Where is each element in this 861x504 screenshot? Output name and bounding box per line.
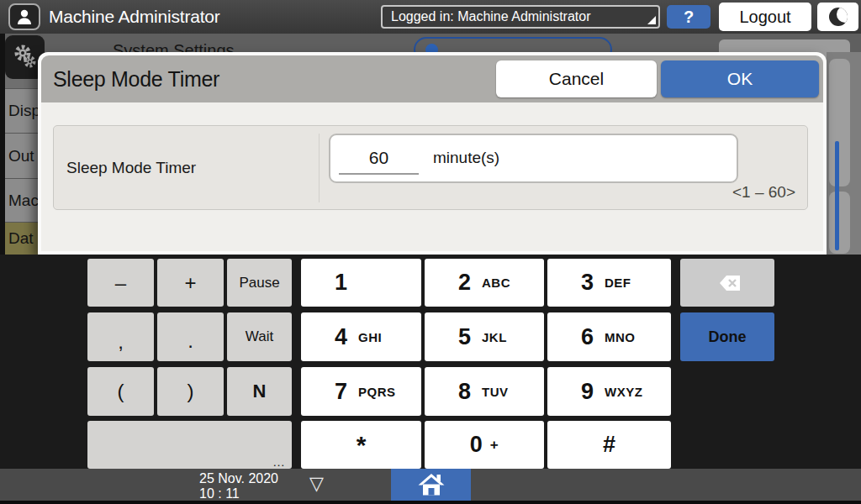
key-pause[interactable]: Pause <box>227 259 292 307</box>
key-8[interactable]: 8TUV <box>425 367 544 416</box>
energy-saver-button[interactable] <box>817 3 858 31</box>
key-close-paren[interactable]: ) <box>157 367 224 416</box>
key-space[interactable]: … <box>87 421 292 469</box>
sidebar-item-date-selected[interactable]: Dat <box>5 222 38 255</box>
dropdown-corner-icon <box>647 16 656 24</box>
key-2[interactable]: 2ABC <box>425 259 544 307</box>
scrollbar-thumb[interactable] <box>835 141 839 250</box>
key-plus[interactable]: + <box>157 259 224 307</box>
minutes-input[interactable]: 60 minute(s) <box>329 134 738 183</box>
key-4[interactable]: 4GHI <box>301 312 421 361</box>
user-badge[interactable] <box>8 3 40 30</box>
logout-button[interactable]: Logout <box>719 3 811 31</box>
help-button[interactable]: ? <box>667 5 710 29</box>
minutes-unit: minute(s) <box>433 149 499 167</box>
top-bar: Machine Administrator Logged in: Machine… <box>0 0 861 34</box>
key-comma[interactable]: , <box>87 312 154 361</box>
collapse-triangle-icon[interactable]: ▽ <box>309 469 324 501</box>
date-time: 25 Nov. 2020 10 : 11 <box>199 471 278 501</box>
key-wait[interactable]: Wait <box>227 312 292 361</box>
key-6[interactable]: 6MNO <box>547 312 671 361</box>
user-icon <box>14 7 34 27</box>
time-text: 10 : 11 <box>199 486 278 501</box>
dialog-header: Sleep Mode Timer Cancel OK <box>41 55 823 102</box>
bottom-bar: 25 Nov. 2020 10 : 11 ▽ <box>0 469 861 504</box>
dialog-body: Sleep Mode Timer 60 minute(s) <1 – 60> <box>41 102 823 251</box>
key-5[interactable]: 5JKL <box>425 312 544 361</box>
dialog-title: Sleep Mode Timer <box>53 55 219 102</box>
numeric-keypad: – + Pause , . Wait ( ) N … 1 2ABC 3DEF 4… <box>0 255 861 469</box>
scroll-panel-lower <box>829 192 850 254</box>
key-0[interactable]: 0+ <box>425 421 544 469</box>
home-icon <box>418 473 445 496</box>
field-label: Sleep Mode Timer <box>66 126 196 209</box>
backspace-key[interactable] <box>680 259 774 307</box>
machine-admin-screen: System Settings Disp Out Mac Dat <box>0 0 861 504</box>
space-key-hint: … <box>272 454 285 469</box>
moon-icon <box>829 8 848 26</box>
key-minus[interactable]: – <box>87 259 154 307</box>
key-asterisk[interactable]: * <box>301 421 421 469</box>
date-text: 25 Nov. 2020 <box>199 471 278 486</box>
range-hint: <1 – 60> <box>732 183 795 202</box>
backspace-icon <box>712 274 742 292</box>
key-1[interactable]: 1 <box>301 259 421 307</box>
sleep-mode-timer-dialog: Sleep Mode Timer Cancel OK Sleep Mode Ti… <box>38 52 827 255</box>
key-3[interactable]: 3DEF <box>547 259 671 307</box>
sidebar-item-output[interactable]: Out <box>5 133 38 178</box>
field-divider <box>319 134 320 202</box>
sidebar-item-machine[interactable]: Mac <box>5 178 38 222</box>
home-button[interactable] <box>391 469 471 501</box>
ok-button[interactable]: OK <box>661 60 819 97</box>
sidebar-item-display[interactable]: Disp <box>5 88 38 133</box>
key-hash[interactable]: # <box>547 421 671 469</box>
key-n[interactable]: N <box>227 367 292 416</box>
gear-icon <box>11 43 40 71</box>
page-title: Machine Administrator <box>49 0 220 34</box>
done-key[interactable]: Done <box>680 312 774 361</box>
scroll-panel-upper <box>829 59 850 186</box>
minutes-value[interactable]: 60 <box>339 141 419 175</box>
sleep-mode-timer-row: Sleep Mode Timer 60 minute(s) <1 – 60> <box>53 125 808 210</box>
key-open-paren[interactable]: ( <box>87 367 154 416</box>
login-status-dropdown[interactable]: Logged in: Machine Administrator <box>381 5 660 29</box>
key-7[interactable]: 7PQRS <box>301 367 421 416</box>
cancel-button[interactable]: Cancel <box>496 60 657 97</box>
key-9[interactable]: 9WXYZ <box>547 367 671 416</box>
key-period[interactable]: . <box>157 312 224 361</box>
